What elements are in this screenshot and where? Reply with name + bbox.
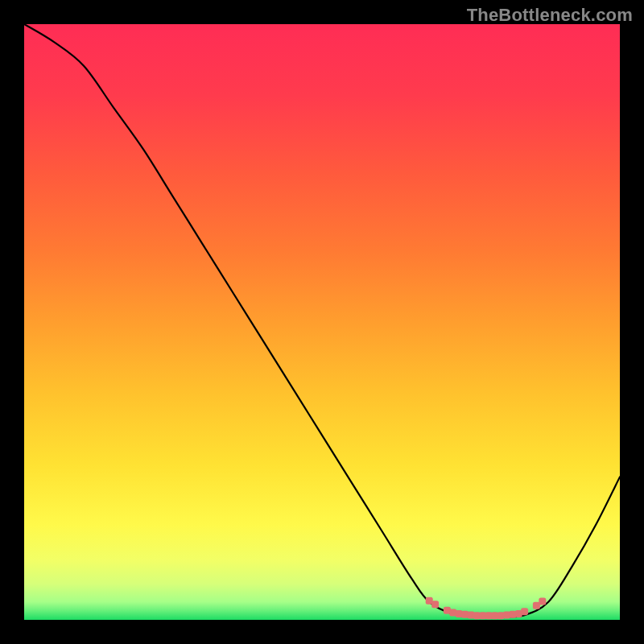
marker-point (539, 598, 546, 605)
chart-container: TheBottleneck.com (0, 0, 644, 644)
marker-point (431, 601, 439, 608)
plot-area (24, 24, 620, 620)
watermark-text: TheBottleneck.com (467, 5, 633, 26)
gradient-background (24, 24, 620, 620)
marker-point (521, 608, 528, 615)
chart-svg (24, 24, 620, 620)
